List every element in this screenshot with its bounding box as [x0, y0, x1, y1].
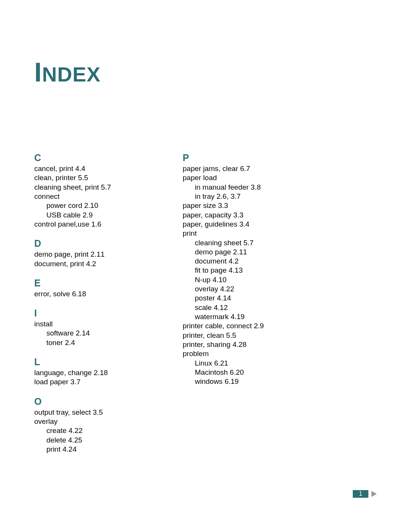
index-section: Ccancel, print 4.4clean, printer 5.5clea…: [34, 152, 152, 229]
section-letter: O: [34, 396, 152, 407]
index-section: Ppaper jams, clear 6.7paper loadin manua…: [183, 152, 301, 387]
index-column-1: Ccancel, print 4.4clean, printer 5.5clea…: [34, 152, 152, 454]
index-entry[interactable]: overlay: [34, 417, 152, 426]
section-letter: I: [34, 308, 152, 319]
index-subentry[interactable]: software 2.14: [34, 329, 152, 338]
section-letter: L: [34, 356, 152, 367]
index-entry[interactable]: paper jams, clear 6.7: [183, 164, 301, 173]
index-subentry[interactable]: overlay 4.22: [183, 284, 301, 294]
index-subentry[interactable]: Macintosh 6.20: [183, 368, 301, 377]
index-columns: Ccancel, print 4.4clean, printer 5.5clea…: [34, 152, 377, 454]
index-subentry[interactable]: power cord 2.10: [34, 201, 152, 210]
index-subentry[interactable]: cleaning sheet 5.7: [183, 238, 301, 248]
section-letter: E: [34, 278, 152, 289]
index-subentry[interactable]: delete 4.25: [34, 436, 152, 445]
section-letter: P: [183, 152, 301, 163]
index-entry[interactable]: connect: [34, 192, 152, 201]
index-entry[interactable]: output tray, select 3.5: [34, 408, 152, 417]
svg-marker-0: [371, 491, 377, 497]
index-section: Iinstallsoftware 2.14toner 2.4: [34, 308, 152, 347]
index-entry[interactable]: paper size 3.3: [183, 201, 301, 210]
next-page-icon[interactable]: [371, 491, 377, 497]
index-section: Ddemo page, print 2.11document, print 4.…: [34, 238, 152, 268]
index-subentry[interactable]: create 4.22: [34, 426, 152, 435]
index-entry[interactable]: paper, guidelines 3.4: [183, 220, 301, 229]
index-entry[interactable]: paper, capacity 3.3: [183, 211, 301, 220]
index-entry[interactable]: printer, sharing 4.28: [183, 340, 301, 349]
index-subentry[interactable]: demo page 2.11: [183, 248, 301, 257]
title-first-letter: I: [34, 58, 42, 87]
index-entry[interactable]: print: [183, 229, 301, 238]
index-entry[interactable]: printer, clean 5.5: [183, 331, 301, 340]
index-subentry[interactable]: in manual feeder 3.8: [183, 183, 301, 192]
index-subentry[interactable]: watermark 4.19: [183, 312, 301, 321]
index-entry[interactable]: demo page, print 2.11: [34, 250, 152, 259]
index-entry[interactable]: install: [34, 320, 152, 329]
page: INDEX Ccancel, print 4.4clean, printer 5…: [0, 0, 411, 532]
index-subentry[interactable]: toner 2.4: [34, 338, 152, 347]
index-subentry[interactable]: document 4.2: [183, 257, 301, 266]
index-subentry[interactable]: print 4.24: [34, 445, 152, 454]
index-column-2: Ppaper jams, clear 6.7paper loadin manua…: [183, 152, 301, 454]
title-rest: NDEX: [42, 63, 100, 86]
index-entry[interactable]: clean, printer 5.5: [34, 173, 152, 182]
index-subentry[interactable]: windows 6.19: [183, 377, 301, 386]
page-number-badge: 1: [353, 490, 368, 498]
index-entry[interactable]: paper load: [183, 173, 301, 182]
index-subentry[interactable]: in tray 2.6, 3.7: [183, 192, 301, 201]
index-subentry[interactable]: Linux 6.21: [183, 359, 301, 368]
index-entry[interactable]: document, print 4.2: [34, 259, 152, 268]
index-entry[interactable]: control panel,use 1.6: [34, 220, 152, 229]
index-section: Ooutput tray, select 3.5overlaycreate 4.…: [34, 396, 152, 454]
index-subentry[interactable]: poster 4.14: [183, 294, 301, 303]
index-subentry[interactable]: N-up 4.10: [183, 275, 301, 284]
index-section: Llanguage, change 2.18load paper 3.7: [34, 356, 152, 387]
section-letter: C: [34, 152, 152, 163]
index-entry[interactable]: problem: [183, 349, 301, 358]
index-subentry[interactable]: USB cable 2.9: [34, 211, 152, 220]
page-title: INDEX: [34, 57, 377, 88]
index-entry[interactable]: cancel, print 4.4: [34, 164, 152, 173]
index-entry[interactable]: cleaning sheet, print 5.7: [34, 183, 152, 192]
index-subentry[interactable]: fit to page 4.13: [183, 266, 301, 275]
index-subentry[interactable]: scale 4.12: [183, 303, 301, 312]
index-entry[interactable]: language, change 2.18: [34, 368, 152, 377]
section-letter: D: [34, 238, 152, 249]
index-entry[interactable]: printer cable, connect 2.9: [183, 321, 301, 331]
index-entry[interactable]: load paper 3.7: [34, 377, 152, 387]
index-entry[interactable]: error, solve 6.18: [34, 289, 152, 299]
page-footer: 1: [353, 490, 377, 498]
index-section: Eerror, solve 6.18: [34, 278, 152, 299]
